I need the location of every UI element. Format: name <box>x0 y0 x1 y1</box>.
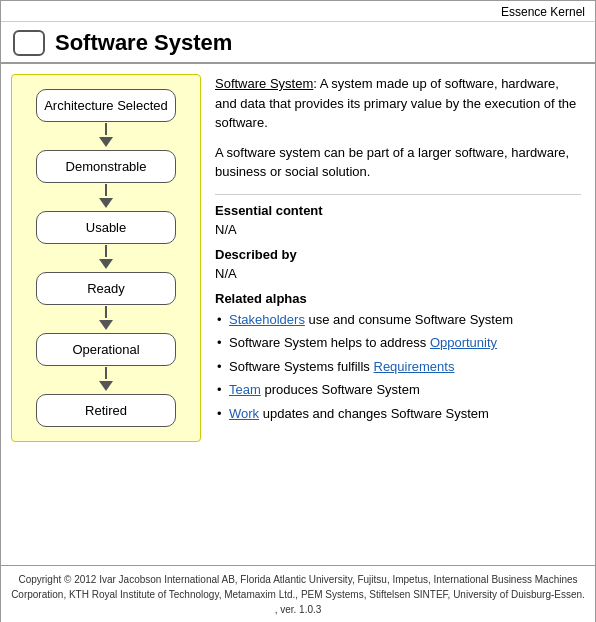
work-link[interactable]: Work <box>229 406 259 421</box>
software-system-icon <box>13 30 45 56</box>
arrow-5 <box>99 367 113 393</box>
footer: Copyright © 2012 Ivar Jacobson Internati… <box>1 565 595 622</box>
definition-title: Software System <box>215 76 313 91</box>
state-ready[interactable]: Ready <box>36 272 176 305</box>
arrow-4 <box>99 306 113 332</box>
work-text: updates and changes Software System <box>263 406 489 421</box>
footer-text: Copyright © 2012 Ivar Jacobson Internati… <box>11 574 585 615</box>
list-item: Software Systems fulfills Requirements <box>215 357 581 377</box>
state-usable[interactable]: Usable <box>36 211 176 244</box>
essential-content-value: N/A <box>215 222 581 237</box>
essential-content-label: Essential content <box>215 203 581 218</box>
stakeholders-text: use and consume Software System <box>309 312 514 327</box>
list-item: Work updates and changes Software System <box>215 404 581 424</box>
list-item: Stakeholders use and consume Software Sy… <box>215 310 581 330</box>
page-title: Software System <box>55 30 232 56</box>
described-by-label: Described by <box>215 247 581 262</box>
state-operational[interactable]: Operational <box>36 333 176 366</box>
related-alphas-list: Stakeholders use and consume Software Sy… <box>215 310 581 424</box>
arrow-3 <box>99 245 113 271</box>
requirements-prefix: Software Systems fulfills <box>229 359 374 374</box>
state-demonstrable[interactable]: Demonstrable <box>36 150 176 183</box>
state-architecture-selected[interactable]: Architecture Selected <box>36 89 176 122</box>
team-link[interactable]: Team <box>229 382 261 397</box>
state-retired[interactable]: Retired <box>36 394 176 427</box>
list-item: Software System helps to address Opportu… <box>215 333 581 353</box>
related-alphas-label: Related alphas <box>215 291 581 306</box>
list-item: Team produces Software System <box>215 380 581 400</box>
secondary-text: A software system can be part of a large… <box>215 143 581 182</box>
requirements-link[interactable]: Requirements <box>374 359 455 374</box>
essence-kernel-label: Essence Kernel <box>501 5 585 19</box>
description-panel: Software System: A system made up of sof… <box>211 74 585 442</box>
described-by-value: N/A <box>215 266 581 281</box>
arrow-2 <box>99 184 113 210</box>
arrow-1 <box>99 123 113 149</box>
opportunity-prefix: Software System helps to address <box>229 335 430 350</box>
stakeholders-link[interactable]: Stakeholders <box>229 312 305 327</box>
divider <box>215 194 581 195</box>
opportunity-link[interactable]: Opportunity <box>430 335 497 350</box>
definition-text: Software System: A system made up of sof… <box>215 74 581 133</box>
state-diagram: Architecture Selected Demonstrable Usabl… <box>11 74 201 442</box>
team-text: produces Software System <box>264 382 419 397</box>
